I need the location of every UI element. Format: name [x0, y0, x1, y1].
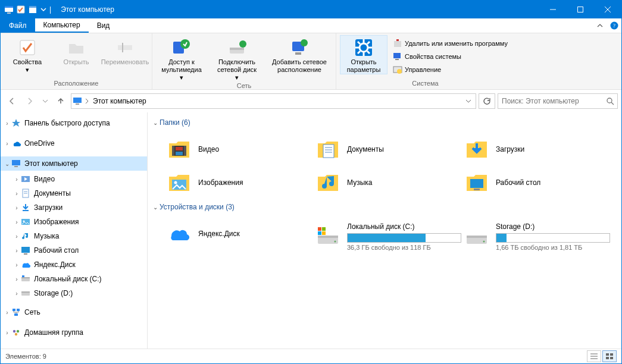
svg-text:?: ? [613, 23, 615, 29]
view-tiles-button[interactable] [602, 350, 617, 362]
drive-yandexdisk[interactable]: Яндекс.Диск [163, 217, 312, 250]
svg-rect-58 [21, 291, 30, 293]
tree-thispc[interactable]: ⌄Этот компьютер [1, 156, 147, 171]
uninstall-program-button[interactable]: Удалить или изменить программу [390, 37, 511, 49]
manage-button[interactable]: Управление [390, 64, 511, 76]
svg-rect-39 [73, 98, 82, 103]
maximize-button[interactable] [567, 1, 594, 18]
svg-rect-21 [295, 52, 301, 55]
svg-rect-60 [17, 309, 20, 311]
svg-rect-61 [14, 313, 18, 316]
svg-rect-49 [23, 210, 29, 211]
svg-rect-94 [610, 357, 613, 359]
svg-rect-82 [322, 227, 326, 231]
svg-rect-1 [5, 6, 13, 8]
svg-rect-86 [467, 236, 487, 238]
search-box[interactable] [498, 93, 618, 109]
nav-up-button[interactable] [53, 93, 68, 109]
svg-rect-36 [395, 59, 399, 60]
chevron-right-icon [85, 98, 89, 105]
tree-video[interactable]: ›Видео [1, 172, 147, 186]
folder-documents[interactable]: Документы [312, 133, 461, 166]
group-header-drives[interactable]: ⌄Устройства и диски (3) [151, 199, 621, 217]
qat-properties-icon[interactable] [16, 5, 26, 14]
svg-point-75 [174, 181, 177, 184]
svg-rect-93 [606, 357, 609, 359]
tree-documents[interactable]: ›Документы [1, 186, 147, 200]
drive-c[interactable]: Локальный диск (C:) 36,3 ГБ свободно из … [312, 217, 461, 256]
svg-point-87 [483, 241, 485, 243]
properties-button[interactable]: Свойства▾ [4, 35, 51, 74]
media-access-button[interactable]: Доступ кмультимедиа ▾ [156, 35, 207, 82]
system-properties-button[interactable]: Свойства системы [390, 51, 511, 62]
folder-downloads[interactable]: Загрузки [461, 133, 610, 166]
svg-rect-70 [323, 145, 334, 158]
address-bar[interactable] [71, 93, 476, 109]
tab-computer[interactable]: Компьютер [35, 18, 89, 33]
folder-desktop[interactable]: Рабочий стол [461, 166, 610, 199]
svg-rect-55 [21, 277, 30, 278]
tree-onedrive[interactable]: ›OneDrive [1, 136, 147, 150]
svg-rect-83 [318, 231, 321, 235]
svg-rect-5 [29, 6, 36, 8]
address-input[interactable] [92, 96, 460, 106]
svg-point-63 [17, 330, 19, 332]
help-button[interactable]: ? [607, 18, 621, 33]
svg-point-22 [301, 39, 308, 46]
drive-c-usage [347, 233, 461, 243]
tree-quickaccess[interactable]: ›Панель быстрого доступа [1, 116, 147, 130]
drive-d[interactable]: Storage (D:) 1,66 ТБ свободно из 1,81 ТБ [461, 217, 610, 256]
svg-rect-77 [474, 189, 480, 190]
map-drive-button[interactable]: Подключитьсетевой диск ▾ [210, 35, 264, 82]
tree-pictures[interactable]: ›Изображения [1, 215, 147, 229]
svg-rect-40 [76, 103, 79, 105]
tree-cdrive[interactable]: ›Локальный диск (C:) [1, 272, 147, 286]
svg-rect-66 [172, 146, 174, 156]
qat-newfolder-icon[interactable] [28, 5, 37, 14]
folder-music[interactable]: Музыка [312, 166, 461, 199]
group-header-folders[interactable]: ⌄Папки (6) [151, 115, 621, 133]
open-settings-button[interactable]: Открытьпараметры [340, 35, 387, 74]
ribbon-tabs: Файл Компьютер Вид ? [1, 18, 621, 33]
tree-ddrive[interactable]: ›Storage (D:) [1, 286, 147, 300]
refresh-button[interactable] [479, 93, 495, 109]
collapse-ribbon-button[interactable] [593, 18, 607, 33]
svg-rect-33 [394, 41, 401, 47]
svg-point-80 [335, 241, 336, 243]
ribbon-group-network: Сеть [156, 82, 332, 89]
close-button[interactable] [594, 1, 621, 18]
folder-video[interactable]: Видео [163, 133, 312, 166]
tree-desktop[interactable]: ›Рабочий стол [1, 243, 147, 258]
tree-network[interactable]: ›Сеть [1, 305, 147, 319]
view-details-button[interactable] [587, 350, 601, 362]
folder-pictures[interactable]: Изображения [163, 166, 312, 199]
address-dropdown[interactable] [462, 95, 474, 108]
tree-music[interactable]: ›Музыка [1, 229, 147, 243]
content-pane[interactable]: ⌄Папки (6) Видео Документы Загрузки Изоб… [148, 112, 621, 349]
navigation-tree[interactable]: ›Панель быстрого доступа ›OneDrive ⌄Этот… [1, 112, 148, 349]
minimize-button[interactable] [539, 1, 567, 18]
tree-homegroup[interactable]: ›Домашняя группа [1, 325, 147, 340]
search-icon[interactable] [603, 97, 617, 105]
svg-rect-53 [24, 253, 27, 255]
rename-button: Переименовать [102, 35, 148, 67]
tree-yandexdisk[interactable]: ›Яндекс.Диск [1, 258, 147, 272]
svg-point-62 [13, 330, 15, 332]
svg-rect-13 [118, 45, 132, 50]
tab-file[interactable]: Файл [1, 18, 35, 33]
svg-rect-79 [318, 236, 338, 238]
chevron-down-icon[interactable] [40, 5, 47, 14]
svg-rect-44 [14, 166, 18, 167]
nav-back-button[interactable] [4, 93, 20, 109]
svg-rect-52 [21, 247, 30, 253]
svg-point-19 [239, 40, 246, 48]
nav-forward-button[interactable] [22, 93, 37, 109]
nav-recent-button[interactable] [40, 93, 51, 109]
explorer-icon [4, 5, 14, 14]
tab-view[interactable]: Вид [89, 18, 118, 33]
add-network-location-button[interactable]: Добавить сетевоерасположение [267, 35, 332, 74]
search-input[interactable] [498, 97, 603, 105]
svg-rect-43 [12, 160, 20, 165]
tree-downloads[interactable]: ›Загрузки [1, 200, 147, 215]
svg-rect-59 [12, 309, 15, 311]
